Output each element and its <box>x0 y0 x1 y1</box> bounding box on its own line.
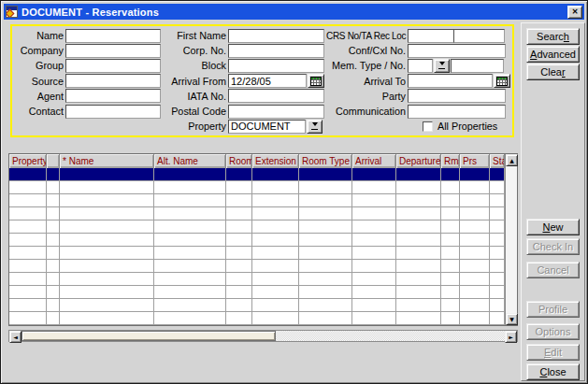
clear-button[interactable]: Clear <box>526 64 580 80</box>
column-header-room[interactable]: Room <box>226 154 252 168</box>
table-row[interactable] <box>9 194 505 207</box>
column-header-arrival[interactable]: Arrival <box>352 154 396 168</box>
table-row[interactable] <box>9 181 505 194</box>
table-cell <box>460 260 490 272</box>
agent-input[interactable] <box>65 89 161 103</box>
column-header-room-type[interactable]: Room Type <box>299 154 352 168</box>
search-form-panel: Name First Name CRS No/TA Rec Loc Compan… <box>10 24 514 137</box>
postal-code-label: Postal Code <box>163 106 226 117</box>
new-button[interactable]: New <box>526 219 580 235</box>
conf-cxl-no-input[interactable] <box>408 44 506 58</box>
arrival-to-input[interactable] <box>408 74 493 88</box>
horizontal-scrollbar[interactable]: ◄ ► <box>8 330 518 342</box>
table-cell <box>441 299 460 311</box>
table-row[interactable] <box>9 234 505 247</box>
table-cell <box>352 220 396 233</box>
table-cell <box>252 220 299 233</box>
table-row[interactable] <box>9 247 505 260</box>
property-dropdown-button[interactable] <box>307 120 323 134</box>
table-cell <box>352 207 396 220</box>
table-cell <box>9 247 47 259</box>
table-cell <box>299 260 352 272</box>
property-label: Property <box>163 121 226 132</box>
column-header-prs[interactable]: Prs <box>460 154 490 168</box>
table-row[interactable] <box>9 220 505 234</box>
search-form: Name First Name CRS No/TA Rec Loc Compan… <box>12 26 512 134</box>
scroll-right-button[interactable]: ► <box>505 331 517 343</box>
button-label: dvanced <box>537 49 576 60</box>
mem-no-input[interactable] <box>451 59 504 73</box>
close-button[interactable]: Close <box>526 363 580 380</box>
column-header-name[interactable]: * Name <box>60 154 154 168</box>
arrival-from-calendar-button[interactable] <box>308 74 324 88</box>
contact-input[interactable] <box>65 105 161 119</box>
crs-no-input[interactable] <box>408 29 454 43</box>
calendar-icon <box>496 77 508 86</box>
vertical-scrollbar[interactable]: ▲ ▼ <box>505 154 517 325</box>
company-input[interactable] <box>65 44 161 58</box>
column-header-departure[interactable]: Departure <box>396 154 441 168</box>
column-header-property[interactable]: Property <box>9 154 47 168</box>
column-header-rms[interactable]: Rms <box>441 154 460 168</box>
ta-rec-loc-input[interactable] <box>453 29 505 43</box>
table-cell <box>252 181 299 193</box>
close-window-button[interactable]: ✕ <box>567 6 582 19</box>
mem-type-input[interactable] <box>408 59 433 73</box>
communication-input[interactable] <box>408 105 506 119</box>
group-input[interactable] <box>65 59 161 73</box>
table-cell <box>60 247 154 259</box>
table-cell <box>396 273 441 285</box>
column-header-extension[interactable]: Extension <box>252 154 299 168</box>
arrival-from-input[interactable] <box>228 74 307 88</box>
right-arrow-icon: ► <box>509 334 513 340</box>
table-cell <box>60 299 154 311</box>
source-input[interactable] <box>65 74 161 88</box>
table-row[interactable] <box>9 299 505 312</box>
table-row-selected[interactable] <box>9 168 505 181</box>
table-row[interactable] <box>9 207 505 220</box>
advanced-button[interactable]: Advanced <box>526 46 580 63</box>
table-cell <box>60 234 154 246</box>
column-header-alt-name[interactable]: Alt. Name <box>154 154 226 168</box>
table-cell <box>9 273 47 285</box>
table-cell <box>352 299 396 311</box>
table-cell <box>490 260 505 272</box>
table-cell <box>154 207 226 220</box>
search-button[interactable]: Search <box>526 28 580 45</box>
button-accesskey: h <box>564 31 569 42</box>
party-input[interactable] <box>408 89 506 103</box>
scroll-up-button[interactable]: ▲ <box>506 154 518 166</box>
table-row[interactable] <box>9 273 505 286</box>
dropdown-underline <box>438 68 445 69</box>
button-label: Profile <box>538 304 567 315</box>
scroll-left-button[interactable]: ◄ <box>9 331 22 343</box>
scroll-down-button[interactable]: ▼ <box>506 313 518 325</box>
table-cell <box>441 260 460 272</box>
arrival-to-calendar-button[interactable] <box>494 74 510 88</box>
all-properties-checkbox[interactable] <box>423 121 433 132</box>
first-name-input[interactable] <box>228 29 324 43</box>
table-cell <box>490 194 505 206</box>
horizontal-scroll-thumb[interactable] <box>22 331 276 341</box>
table-cell <box>352 168 396 180</box>
horizontal-scroll-track[interactable] <box>276 331 505 341</box>
table-cell <box>299 207 352 220</box>
vertical-scroll-track[interactable] <box>506 166 517 313</box>
table-row[interactable] <box>9 312 505 325</box>
column-header-sta[interactable]: Sta <box>490 154 505 168</box>
first-name-label: First Name <box>163 30 226 41</box>
block-input[interactable] <box>228 59 324 73</box>
column-header-blank[interactable] <box>47 154 60 168</box>
name-input[interactable] <box>65 29 161 43</box>
app-icon <box>6 6 18 18</box>
property-input[interactable] <box>228 120 306 134</box>
postal-code-input[interactable] <box>228 105 324 119</box>
corp-no-input[interactable] <box>228 44 324 58</box>
table-row[interactable] <box>9 286 505 299</box>
table-row[interactable] <box>9 260 505 273</box>
mem-type-dropdown-button[interactable] <box>434 59 450 73</box>
table-cell <box>47 234 60 246</box>
button-accesskey: A <box>530 49 537 60</box>
iata-no-input[interactable] <box>228 89 324 103</box>
table-cell <box>60 194 154 206</box>
